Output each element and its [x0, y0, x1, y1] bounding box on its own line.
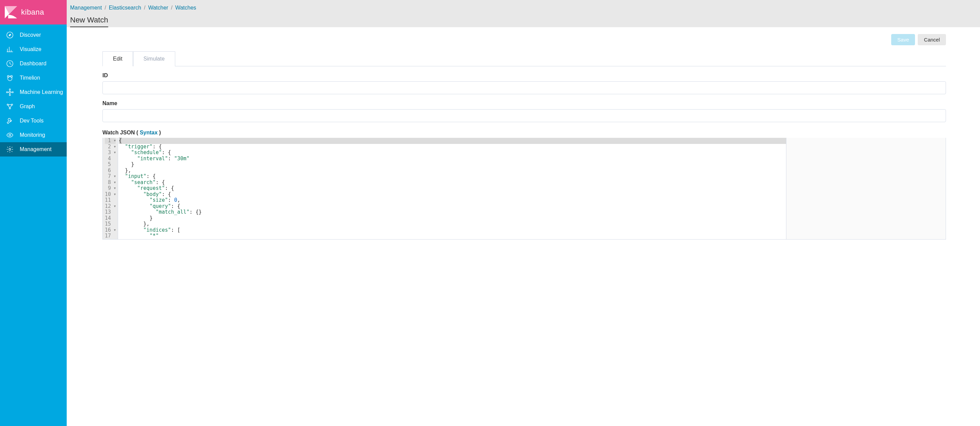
brand-name: kibana [21, 8, 44, 17]
svg-marker-3 [8, 34, 11, 36]
editor-code[interactable]: { "trigger": { "schedule": { "interval":… [118, 138, 786, 239]
watch-json-label: Watch JSON ( Syntax ) [102, 130, 946, 136]
fold-toggle-icon[interactable]: ▼ [112, 180, 116, 186]
breadcrumb-link[interactable]: Elasticsearch [109, 5, 141, 11]
id-input[interactable] [102, 81, 946, 94]
save-button[interactable]: Save [891, 34, 915, 45]
code-line[interactable]: } [119, 215, 786, 221]
svg-point-14 [9, 94, 11, 95]
gutter-line: 13 [105, 209, 116, 215]
action-bar: Save Cancel [102, 34, 946, 45]
fold-toggle-icon[interactable]: ▼ [112, 192, 116, 198]
form-group-id: ID [102, 73, 946, 94]
code-line[interactable]: "*" [119, 233, 786, 239]
gutter-line: 6 [105, 168, 116, 174]
fold-toggle-icon[interactable]: ▼ [112, 144, 116, 150]
form-group-name: Name [102, 100, 946, 122]
page-title: New Watch [70, 16, 108, 27]
sidebar-item-graph[interactable]: Graph [0, 99, 67, 114]
fold-toggle-icon[interactable]: ▼ [112, 138, 116, 144]
sidebar-item-label: Timelion [20, 75, 40, 81]
tab-simulate[interactable]: Simulate [133, 51, 175, 66]
code-line[interactable]: "query": { [119, 203, 786, 210]
main: Management/Elasticsearch/Watcher/Watches… [67, 0, 980, 426]
code-line[interactable]: } [119, 162, 786, 168]
fold-toggle-icon[interactable]: ▼ [112, 227, 116, 234]
sidebar-item-machine-learning[interactable]: Machine Learning [0, 85, 67, 99]
name-input[interactable] [102, 109, 946, 122]
bear-icon [6, 74, 14, 82]
sidebar-item-discover[interactable]: Discover [0, 28, 67, 42]
compass-icon [6, 31, 14, 39]
fold-toggle-icon[interactable]: ▼ [112, 186, 116, 192]
code-line[interactable]: "schedule": { [119, 150, 786, 156]
svg-line-24 [8, 105, 10, 108]
logo[interactable]: kibana [0, 0, 67, 24]
json-editor[interactable]: 1▼2▼3▼4 5 6 7▼8▼9▼10▼11 12▼13 14 15 16▼1… [102, 138, 946, 240]
code-line[interactable]: "interval": "30m" [119, 156, 786, 162]
editor-gutter: 1▼2▼3▼4 5 6 7▼8▼9▼10▼11 12▼13 14 15 16▼1… [103, 138, 118, 239]
gutter-line: 8▼ [105, 180, 116, 186]
code-line[interactable]: "trigger": { [119, 144, 786, 150]
fold-toggle-icon[interactable]: ▼ [112, 173, 116, 180]
code-line[interactable]: "input": { [119, 173, 786, 180]
code-line[interactable]: }, [119, 221, 786, 227]
code-line[interactable]: }, [119, 168, 786, 174]
fold-toggle-icon[interactable]: ▼ [112, 203, 116, 210]
code-line[interactable]: "request": { [119, 186, 786, 192]
gutter-line: 2▼ [105, 144, 116, 150]
gutter-line: 9▼ [105, 186, 116, 192]
code-line[interactable]: { [119, 138, 786, 144]
code-line[interactable]: "match_all": {} [119, 209, 786, 215]
breadcrumb: Management/Elasticsearch/Watcher/Watches [70, 5, 977, 11]
editor-right-panel [786, 138, 946, 239]
eye-icon [6, 131, 14, 139]
sidebar-item-dev-tools[interactable]: Dev Tools [0, 114, 67, 128]
breadcrumb-link[interactable]: Watches [175, 5, 196, 11]
sidebar-item-dashboard[interactable]: Dashboard [0, 56, 67, 71]
topbar: Management/Elasticsearch/Watcher/Watches… [67, 0, 980, 27]
sidebar-item-label: Discover [20, 32, 41, 38]
gutter-line: 17 [105, 233, 116, 239]
tabs: EditSimulate [102, 51, 946, 66]
sidebar-item-timelion[interactable]: Timelion [0, 71, 67, 85]
sidebar-nav: DiscoverVisualizeDashboardTimelionMachin… [0, 24, 67, 426]
code-line[interactable]: "body": { [119, 192, 786, 198]
code-line[interactable]: "search": { [119, 180, 786, 186]
tab-edit[interactable]: Edit [102, 51, 133, 66]
sidebar-item-monitoring[interactable]: Monitoring [0, 128, 67, 142]
gutter-line: 10▼ [105, 192, 116, 198]
syntax-link[interactable]: Syntax [140, 130, 158, 135]
gutter-line: 14 [105, 215, 116, 221]
fold-toggle-icon[interactable]: ▼ [112, 150, 116, 156]
svg-point-13 [9, 89, 11, 90]
breadcrumb-link[interactable]: Watcher [148, 5, 168, 11]
sidebar-item-label: Monitoring [20, 132, 45, 138]
gutter-line: 7▼ [105, 173, 116, 180]
gutter-line: 1▼ [105, 138, 116, 144]
breadcrumb-link[interactable]: Management [70, 5, 102, 11]
sidebar-item-label: Machine Learning [20, 89, 63, 95]
sidebar-item-management[interactable]: Management [0, 142, 67, 157]
graph-icon [6, 103, 14, 110]
gutter-line: 4 [105, 156, 116, 162]
svg-line-25 [10, 105, 12, 108]
sidebar-item-label: Visualize [20, 46, 41, 52]
sidebar-item-visualize[interactable]: Visualize [0, 42, 67, 56]
svg-point-27 [9, 134, 11, 136]
wrench-icon [6, 117, 14, 124]
code-line[interactable]: "size": 0, [119, 197, 786, 203]
sidebar-item-label: Dashboard [20, 60, 46, 67]
kibana-logo-icon [5, 6, 17, 18]
code-line[interactable]: "indices": [ [119, 227, 786, 234]
sidebar: kibana DiscoverVisualizeDashboardTimelio… [0, 0, 67, 426]
name-label: Name [102, 100, 946, 106]
svg-point-23 [9, 108, 11, 109]
barchart-icon [6, 46, 14, 53]
gutter-line: 16▼ [105, 227, 116, 234]
svg-point-28 [9, 148, 11, 150]
gutter-line: 11 [105, 197, 116, 203]
id-label: ID [102, 73, 946, 79]
cancel-button[interactable]: Cancel [918, 34, 946, 45]
gutter-line: 15 [105, 221, 116, 227]
